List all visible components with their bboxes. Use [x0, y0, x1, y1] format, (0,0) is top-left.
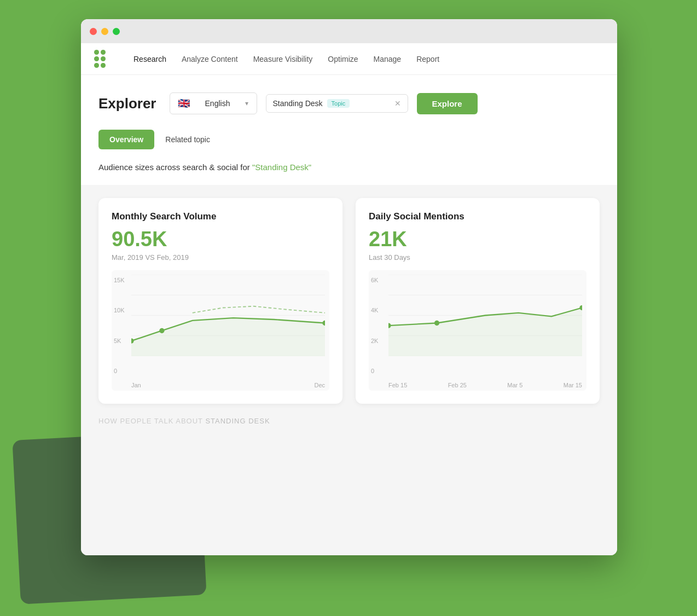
x-label-feb15: Feb 15 — [388, 382, 407, 388]
card1-y-labels: 15K 10K 5K 0 — [114, 277, 125, 374]
explorer-header: Explorer 🇬🇧 English ▾ Standing Desk Topi… — [98, 92, 600, 114]
card1-title: Monthly Search Volume — [112, 211, 329, 222]
y-label-2k: 2K — [371, 338, 378, 344]
nav-links: Research Analyze Content Measure Visibil… — [133, 55, 439, 63]
tab-overview[interactable]: Overview — [98, 130, 154, 149]
browser-window: Research Analyze Content Measure Visibil… — [81, 19, 617, 555]
tab-related-topic[interactable]: Related topic — [154, 130, 221, 149]
language-text: English — [205, 99, 230, 108]
flag-icon: 🇬🇧 — [178, 97, 190, 109]
nav-optimize[interactable]: Optimize — [328, 55, 358, 63]
logo-dot — [94, 63, 99, 68]
nav-manage[interactable]: Manage — [374, 55, 402, 63]
daily-social-mentions-card: Daily Social Mentions 21K Last 30 Days 6… — [356, 198, 600, 404]
chevron-down-icon: ▾ — [245, 100, 248, 107]
main-content: Explorer 🇬🇧 English ▾ Standing Desk Topi… — [81, 75, 617, 185]
how-people-section-title: HOW PEOPLE TALK ABOUT STANDING DESK — [98, 417, 600, 425]
search-box[interactable]: Standing Desk Topic ✕ — [266, 94, 408, 113]
x-label-feb25: Feb 25 — [448, 382, 467, 388]
grey-content-area: Monthly Search Volume 90.5K Mar, 2019 VS… — [81, 185, 617, 555]
navbar: Research Analyze Content Measure Visibil… — [81, 43, 617, 75]
y-label-0: 0 — [114, 368, 125, 374]
chart1-dot2 — [159, 328, 164, 333]
card1-subtitle: Mar, 2019 VS Feb, 2019 — [112, 253, 329, 261]
explorer-title: Explorer — [98, 95, 156, 112]
audience-topic: "Standing Desk" — [252, 162, 311, 172]
close-button[interactable] — [90, 28, 97, 35]
nav-report[interactable]: Report — [416, 55, 439, 63]
x-label-dec: Dec — [314, 382, 325, 388]
title-bar — [81, 19, 617, 43]
maximize-button[interactable] — [113, 28, 120, 35]
y-label-0b: 0 — [371, 368, 378, 374]
nav-measure-visibility[interactable]: Measure Visibility — [253, 55, 313, 63]
topic-badge: Topic — [327, 99, 350, 108]
logo-dot — [101, 56, 106, 61]
y-label-15k: 15K — [114, 277, 125, 283]
explore-button[interactable]: Explore — [417, 93, 478, 114]
logo — [94, 50, 112, 68]
y-label-5k: 5K — [114, 338, 125, 344]
card2-title: Daily Social Mentions — [369, 211, 586, 222]
card2-chart: 6K 4K 2K 0 Feb 15 Feb 25 Mar 5 Mar 15 — [369, 270, 586, 391]
logo-dot — [101, 50, 106, 55]
card1-value: 90.5K — [112, 228, 329, 251]
minimize-button[interactable] — [101, 28, 108, 35]
y-label-4k: 4K — [371, 307, 378, 313]
logo-dot — [94, 50, 99, 55]
card2-chart-svg — [388, 275, 582, 356]
tabs: Overview Related topic — [98, 130, 600, 149]
y-label-10k: 10K — [114, 307, 125, 313]
monthly-search-volume-card: Monthly Search Volume 90.5K Mar, 2019 VS… — [98, 198, 342, 404]
x-label-jan: Jan — [131, 382, 141, 388]
card1-x-labels: Jan Dec — [131, 382, 325, 388]
audience-description: Audience sizes across search & social fo… — [98, 162, 600, 172]
card2-subtitle: Last 30 Days — [369, 253, 586, 261]
card2-y-labels: 6K 4K 2K 0 — [371, 277, 378, 374]
x-label-mar15: Mar 15 — [564, 382, 582, 388]
chart2-dot2 — [434, 321, 439, 326]
logo-dot — [94, 56, 99, 61]
card2-value: 21K — [369, 228, 586, 251]
clear-search-icon[interactable]: ✕ — [394, 99, 401, 108]
nav-analyze-content[interactable]: Analyze Content — [182, 55, 238, 63]
card1-chart: 15K 10K 5K 0 Jan Dec — [112, 270, 329, 391]
x-label-mar5: Mar 5 — [507, 382, 522, 388]
y-label-6k: 6K — [371, 277, 378, 283]
search-query-text: Standing Desk — [273, 99, 323, 108]
language-selector[interactable]: 🇬🇧 English ▾ — [170, 92, 257, 114]
card2-x-labels: Feb 15 Feb 25 Mar 5 Mar 15 — [388, 382, 582, 388]
logo-dot — [101, 63, 106, 68]
svg-marker-5 — [131, 318, 325, 356]
nav-research[interactable]: Research — [133, 55, 166, 63]
card1-chart-svg — [131, 275, 325, 356]
cards-row: Monthly Search Volume 90.5K Mar, 2019 VS… — [98, 198, 600, 404]
